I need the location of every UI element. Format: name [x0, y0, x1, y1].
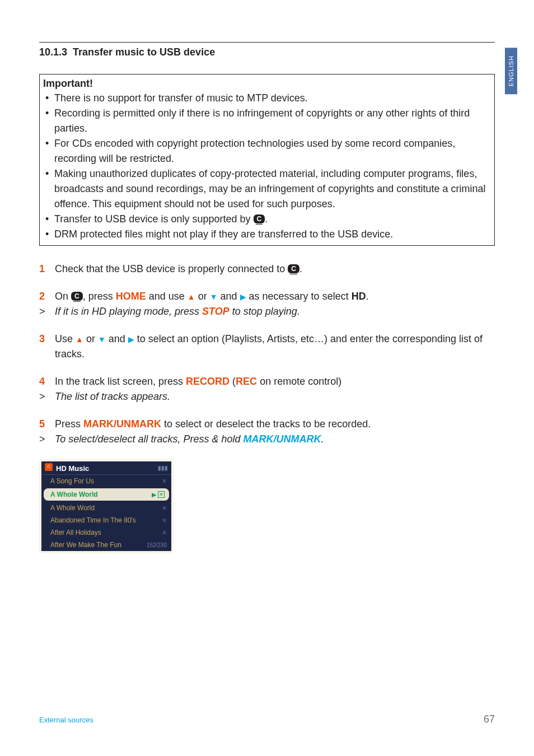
track-item: After All Holidays✕	[41, 526, 171, 539]
result-marker: >	[39, 389, 55, 404]
down-arrow-icon: ▼	[98, 335, 106, 344]
step-4: 4 In the track list screen, press RECORD…	[39, 374, 495, 389]
step-text: On	[55, 291, 71, 302]
stop-word: STOP	[202, 306, 229, 317]
step-number: 3	[39, 332, 55, 362]
step-5: 5 Press MARK/UNMARK to select or deselec…	[39, 417, 495, 432]
step-text: If it is in HD playing mode, press	[55, 306, 202, 317]
important-item: For CDs encoded with copyright protectio…	[43, 136, 491, 166]
record-word: RECORD	[186, 376, 229, 387]
mark-word: MARK/UNMARK	[243, 433, 321, 445]
section-title: Transfer music to USB device	[73, 46, 215, 58]
top-rule	[39, 42, 495, 43]
important-box: Important! There is no support for trans…	[39, 74, 495, 246]
section-number: 10.1.3	[39, 46, 67, 58]
section-heading: 10.1.3 Transfer music to USB device	[39, 46, 495, 58]
up-arrow-icon: ▲	[188, 292, 195, 301]
step-4-sub: > The list of tracks appears.	[39, 389, 495, 404]
step-text: Press	[55, 418, 83, 430]
track-item: A Song For Us✕	[41, 475, 171, 487]
hd-word: HD	[352, 291, 366, 302]
step-text: To select/deselect all tracks, Press & h…	[55, 433, 243, 445]
step-text: as necessary to select	[246, 291, 352, 302]
step-1: 1 Check that the USB device is properly …	[39, 262, 495, 277]
result-marker: >	[39, 304, 55, 319]
track-item: A Whole World✕	[41, 502, 171, 514]
step-number: 2	[39, 289, 55, 304]
step-text: and	[218, 291, 240, 302]
step-text: The list of tracks appears.	[55, 391, 170, 402]
center-icon: C	[254, 214, 265, 223]
page-footer: External sources 67	[39, 713, 495, 725]
device-screenshot: HD Music ▮▮▮ A Song For Us✕A Whole World…	[39, 459, 174, 553]
step-text: to stop playing.	[229, 306, 300, 317]
right-arrow-icon: ▶	[128, 335, 134, 344]
language-tab: ENGLISH	[505, 48, 517, 94]
important-item: Recording is permitted only if there is …	[43, 106, 491, 136]
step-text: and use	[146, 291, 188, 302]
device-title: HD Music	[56, 464, 89, 473]
step-number: 5	[39, 417, 55, 432]
step-number: 1	[39, 262, 55, 277]
step-3: 3 Use ▲ or ▼ and ▶ to select an option (…	[39, 332, 495, 362]
track-list: A Song For Us✕A Whole World▶ ✕A Whole Wo…	[41, 475, 171, 551]
track-item: Abandoned Time In The 80's✕	[41, 514, 171, 526]
home-word: HOME	[116, 291, 146, 302]
footer-section: External sources	[39, 716, 93, 724]
important-list: There is no support for transfer of musi…	[43, 91, 491, 242]
step-text: Use	[55, 333, 76, 344]
step-text: Check that the USB device is properly co…	[55, 263, 288, 274]
signal-icon: ▮▮▮	[158, 465, 168, 471]
important-item: Making unauthorized duplicates of copy-p…	[43, 166, 491, 212]
step-text: or	[195, 291, 210, 302]
step-2: 2 On C, press HOME and use ▲ or ▼ and ▶ …	[39, 289, 495, 304]
rec-word: REC	[236, 376, 257, 387]
center-icon: C	[288, 264, 299, 273]
step-number: 4	[39, 374, 55, 389]
important-title: Important!	[43, 78, 491, 90]
step-2-sub: > If it is in HD playing mode, press STO…	[39, 304, 495, 319]
step-text: , press	[83, 291, 116, 302]
step-text: or	[83, 333, 98, 344]
step-text: and	[106, 333, 128, 344]
mark-word: MARK/UNMARK	[83, 418, 161, 430]
right-arrow-icon: ▶	[240, 292, 246, 301]
track-item: A Whole World▶ ✕	[44, 488, 169, 501]
device-header: HD Music ▮▮▮	[41, 461, 171, 475]
step-text: to select or deselect the tracks to be r…	[161, 418, 371, 430]
page-content: 10.1.3 Transfer music to USB device Impo…	[0, 0, 534, 553]
step-text: In the track list screen, press	[55, 376, 186, 387]
step-text: on remote control)	[257, 376, 341, 387]
important-item: There is no support for transfer of musi…	[43, 91, 491, 106]
step-text: (	[229, 376, 236, 387]
step-5-sub: > To select/deselect all tracks, Press &…	[39, 432, 495, 447]
page-number: 67	[484, 713, 495, 725]
important-item: DRM protected files might not play if th…	[43, 227, 491, 242]
center-icon: C	[71, 292, 83, 301]
important-item: Transfer to USB device is only supported…	[43, 212, 491, 227]
up-arrow-icon: ▲	[76, 335, 83, 344]
track-item: After We Make The Fun152/230	[41, 539, 171, 551]
down-arrow-icon: ▼	[210, 292, 218, 301]
music-icon	[45, 463, 53, 471]
result-marker: >	[39, 432, 55, 447]
